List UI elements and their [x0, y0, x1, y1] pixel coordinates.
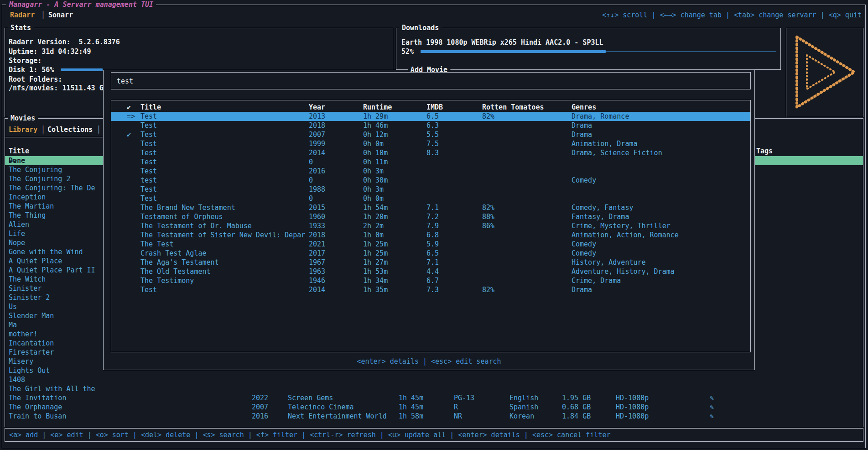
monitored-icon: ✎ — [710, 412, 714, 421]
result-genres-cell: Crime, Mystery, Thriller — [572, 221, 670, 230]
results-rows: => Test 2013 1h 29m 6.5 82% Drama, Roman… — [111, 112, 750, 294]
tab-radarr[interactable]: Radarr — [10, 10, 35, 20]
result-year-cell: 2014 — [309, 148, 325, 157]
downloads-panel: Downloads Earth 1998 1080p WEBRip x265 H… — [396, 28, 781, 70]
result-genres-cell: Comedy — [572, 176, 596, 185]
result-imdb-cell: 7.2 — [426, 212, 439, 221]
library-tab-separator: │ — [41, 125, 45, 134]
movie-size-cell: 1.84 GB — [562, 412, 591, 421]
year-column-header: Year — [309, 103, 325, 112]
movie-studio-cell: Screen Gems — [288, 393, 333, 403]
add-movie-result-row[interactable]: Crash Test Aglae 2017 1h 25m 6.5 Comedy — [111, 249, 750, 258]
tab-library[interactable]: Library — [9, 125, 37, 134]
download-item-name: Earth 1998 1080p WEBRip x265 Hindi AAC2.… — [401, 38, 603, 47]
tab-sonarr[interactable]: Sonarr — [48, 10, 73, 20]
result-year-cell: 2013 — [309, 112, 325, 121]
result-title-cell: The Old Testament — [140, 267, 211, 276]
movie-size-cell: 0.68 GB — [562, 403, 591, 412]
selection-marker: => — [127, 112, 135, 121]
add-movie-result-row[interactable]: Test 0 0h 0m — [111, 194, 750, 203]
add-movie-search-input[interactable] — [116, 73, 747, 89]
add-movie-result-row[interactable]: Test 2014 1h 35m 7.3 82% Drama — [111, 285, 750, 294]
result-imdb-cell: 7.9 — [426, 221, 439, 230]
add-movie-result-row[interactable]: Test 0 0h 11m — [111, 157, 750, 167]
result-title-cell: The Test — [140, 240, 173, 249]
result-imdb-cell: 4.4 — [426, 267, 439, 276]
result-year-cell: 2018 — [309, 230, 325, 240]
result-year-cell: 1933 — [309, 221, 325, 230]
add-movie-result-row[interactable]: Test 1999 0h 0m 7.5 Animation, Drama — [111, 139, 750, 148]
result-year-cell: 2018 — [309, 121, 325, 130]
add-movie-result-row[interactable]: Test 2014 0h 10m 8.3 Drama, Science Fict… — [111, 148, 750, 157]
result-imdb-cell: 7.3 — [426, 285, 439, 294]
movies-table-row[interactable]: The Girl with All the — [5, 384, 863, 393]
add-movie-result-row[interactable]: Test 1988 0h 3m — [111, 185, 750, 194]
movie-language-cell: English — [509, 393, 538, 403]
add-movie-modal: Add Movie ✔ Title Year Runtime IMDB Rott… — [103, 70, 755, 370]
result-runtime-cell: 1h 46m — [363, 121, 388, 130]
result-imdb-cell: 7.5 — [426, 139, 439, 148]
result-year-cell: 2016 — [309, 167, 325, 176]
movies-table-row[interactable]: The Invitation 2022 Screen Gems 1h 45m P… — [5, 393, 863, 403]
add-movie-result-row[interactable]: The Test 2021 1h 25m 5.9 Comedy — [111, 240, 750, 249]
result-runtime-cell: 1h 54m — [363, 203, 388, 212]
result-title-cell: Test — [140, 185, 157, 194]
result-runtime-cell: 0h 3m — [363, 185, 384, 194]
result-runtime-cell: 1h 53m — [363, 267, 388, 276]
movie-size-cell: 1.95 GB — [562, 393, 591, 403]
add-movie-result-row[interactable]: => Test 2013 1h 29m 6.5 82% Drama, Roman… — [111, 112, 750, 121]
add-movie-result-row[interactable]: The Brand New Testament 2015 1h 54m 7.1 … — [111, 203, 750, 212]
add-movie-keybinding-hints: <enter> details | <esc> edit search — [104, 357, 754, 366]
add-movie-result-row[interactable]: Test 2016 0h 3m — [111, 167, 750, 176]
add-movie-result-row[interactable]: The Testament of Dr. Mabuse 1933 2h 2m 7… — [111, 221, 750, 230]
movie-language-cell: Spanish — [509, 403, 538, 412]
result-title-cell: Test — [140, 167, 157, 176]
result-year-cell: 2007 — [309, 130, 325, 139]
movie-certification-cell: R — [454, 403, 458, 412]
add-movie-result-row[interactable]: Test 2018 1h 46m 6.3 Drama — [111, 121, 750, 130]
check-column-header: ✔ — [127, 103, 131, 112]
results-header-row: ✔ Title Year Runtime IMDB Rotten Tomatoe… — [111, 103, 750, 112]
result-title-cell: Test — [140, 121, 157, 130]
add-movie-result-row[interactable]: Testament of Orpheus 1960 1h 20m 7.2 88%… — [111, 212, 750, 221]
collections-tab-separator: │ — [97, 125, 101, 134]
add-movie-result-row[interactable]: The Testament of Sister New Devil: Depar… — [111, 230, 750, 240]
result-title-cell: test — [140, 176, 157, 185]
result-title-cell: The Testimony — [140, 276, 194, 285]
result-title-cell: Test — [140, 112, 157, 121]
storage-heading: Storage: — [9, 56, 42, 65]
movie-year-cell: 2022 — [252, 393, 268, 403]
result-genres-cell: Adventure, History, Drama — [572, 267, 675, 276]
monitored-icon: ✎ — [710, 403, 714, 412]
result-rotten-tomatoes-cell: 86% — [482, 221, 494, 230]
add-movie-result-row[interactable]: test 0 0h 30m Comedy — [111, 176, 750, 185]
add-movie-result-row[interactable]: The Aga's Testament 1967 1h 27m 7.1 Hist… — [111, 258, 750, 267]
download-percent-label: 52% — [401, 47, 414, 56]
movies-table-row[interactable]: Train to Busan 2016 Next Entertainment W… — [5, 412, 863, 421]
movies-table-row[interactable]: 1408 — [5, 375, 863, 384]
add-movie-result-row[interactable]: The Testimony 1946 1h 34m 6.7 Crime, Dra… — [111, 276, 750, 285]
movies-table-row[interactable]: The Orphanage 2007 Telecinco Cinema 1h 4… — [5, 403, 863, 412]
result-year-cell: 2014 — [309, 285, 325, 294]
result-imdb-cell: 6.5 — [426, 112, 439, 121]
result-runtime-cell: 1h 0m — [363, 230, 384, 240]
result-year-cell: 1999 — [309, 139, 325, 148]
movie-studio-cell: Telecinco Cinema — [288, 403, 354, 412]
result-year-cell: 1960 — [309, 212, 325, 221]
movie-quality-cell: HD-1080p — [616, 412, 649, 421]
result-genres-cell: Comedy — [572, 240, 596, 249]
add-movie-result-row[interactable]: The Old Testament 1963 1h 53m 4.4 Advent… — [111, 267, 750, 276]
result-runtime-cell: 1h 35m — [363, 285, 388, 294]
disk-usage-bar — [61, 68, 103, 71]
result-title-cell: The Aga's Testament — [140, 258, 219, 267]
logo-panel — [786, 28, 863, 117]
tab-collections[interactable]: Collections — [47, 125, 93, 134]
add-movie-result-row[interactable]: ✔ Test 2007 0h 12m 5.5 Drama — [111, 130, 750, 139]
result-genres-cell: Comedy, Fantasy — [572, 203, 633, 212]
result-imdb-cell: 6.3 — [426, 121, 439, 130]
downloads-panel-title: Downloads — [399, 23, 442, 32]
result-imdb-cell: 6.7 — [426, 276, 439, 285]
movie-runtime-cell: 1h 45m — [399, 403, 423, 412]
disk-usage-label: Disk 1: 56% — [9, 65, 54, 74]
result-imdb-cell: 6.8 — [426, 230, 439, 240]
